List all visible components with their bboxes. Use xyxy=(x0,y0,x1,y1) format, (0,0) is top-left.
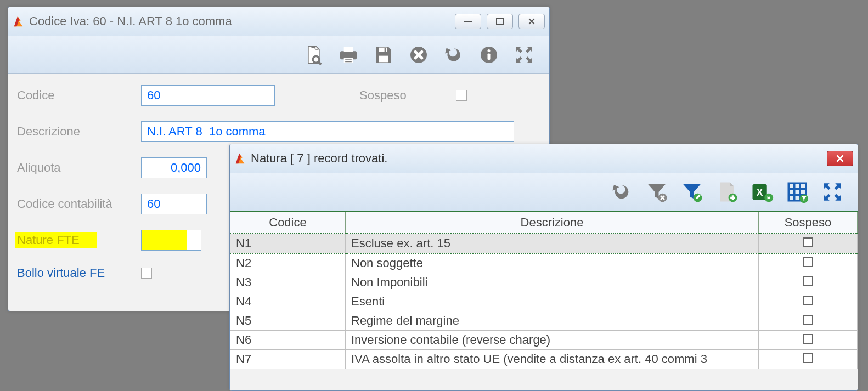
sospeso-checkbox[interactable] xyxy=(803,276,813,286)
sospeso-checkbox[interactable] xyxy=(456,90,467,101)
bollo-virtuale-label: Bollo virtuale FE xyxy=(15,266,141,280)
sospeso-checkbox[interactable] xyxy=(803,257,813,267)
cell-descrizione: Non Imponibili xyxy=(346,273,759,292)
sospeso-checkbox[interactable] xyxy=(803,334,813,344)
export-excel-icon[interactable]: X xyxy=(750,180,774,204)
natura-titlebar[interactable]: Natura [ 7 ] record trovati. xyxy=(230,144,858,173)
svg-rect-9 xyxy=(385,48,386,52)
cell-sospeso xyxy=(759,234,858,253)
table-row[interactable]: N5Regime del margine xyxy=(230,311,858,331)
aliquota-label: Aliquota xyxy=(15,161,141,175)
codice-label: Codice xyxy=(15,88,141,103)
info-icon[interactable] xyxy=(477,43,501,67)
cell-codice: N2 xyxy=(230,253,346,273)
minimize-button[interactable] xyxy=(455,14,481,29)
cell-codice: N1 xyxy=(230,234,346,253)
cell-descrizione: IVA assolta in altro stato UE (vendite a… xyxy=(346,350,759,369)
table-row[interactable]: N1Escluse ex. art. 15 xyxy=(230,234,858,253)
cell-sospeso xyxy=(759,273,858,292)
table-row[interactable]: N6Inversione contabile (reverse charge) xyxy=(230,331,858,350)
cell-sospeso xyxy=(759,292,858,311)
sospeso-checkbox[interactable] xyxy=(803,296,813,305)
codice-input[interactable] xyxy=(141,85,275,106)
cell-codice: N4 xyxy=(230,292,346,311)
cell-sospeso xyxy=(759,311,858,331)
grid-filter-icon[interactable] xyxy=(785,180,809,204)
svg-point-12 xyxy=(488,49,491,52)
cell-descrizione: Inversione contabile (reverse charge) xyxy=(346,331,759,350)
cell-descrizione: Regime del margine xyxy=(346,311,759,331)
natura-window-title: Natura [ 7 ] record trovati. xyxy=(251,151,827,166)
svg-rect-6 xyxy=(344,47,353,52)
svg-rect-0 xyxy=(464,21,472,22)
undo-icon[interactable] xyxy=(442,43,466,67)
nature-fte-lookup-button[interactable] xyxy=(187,230,201,251)
table-row[interactable]: N2Non soggette xyxy=(230,253,858,273)
sospeso-label: Sospeso xyxy=(357,88,456,103)
sospeso-checkbox[interactable] xyxy=(803,237,813,247)
nature-fte-input[interactable] xyxy=(141,230,187,251)
natura-toolbar: X xyxy=(230,173,858,211)
cell-sospeso xyxy=(759,253,858,273)
cell-codice: N7 xyxy=(230,350,346,369)
svg-rect-13 xyxy=(488,53,491,60)
cell-descrizione: Esenti xyxy=(346,292,759,311)
sospeso-checkbox[interactable] xyxy=(803,315,813,325)
svg-rect-1 xyxy=(497,19,503,24)
natura-window: Natura [ 7 ] record trovati. X xyxy=(229,144,858,391)
svg-rect-8 xyxy=(379,55,388,62)
codice-contabilita-input[interactable] xyxy=(141,194,207,214)
undo-icon[interactable] xyxy=(610,180,634,204)
table-row[interactable]: N4Esenti xyxy=(230,292,858,311)
cell-codice: N5 xyxy=(230,311,346,331)
natura-close-button[interactable] xyxy=(827,151,853,166)
svg-text:X: X xyxy=(757,187,763,198)
clear-filter-icon[interactable] xyxy=(645,180,669,204)
maximize-button[interactable] xyxy=(487,14,513,29)
fullscreen-icon[interactable] xyxy=(820,180,844,204)
fullscreen-icon[interactable] xyxy=(512,43,536,67)
col-descrizione[interactable]: Descrizione xyxy=(346,212,759,234)
codice-contabilita-label: Codice contabilità xyxy=(15,197,141,211)
cancel-icon[interactable] xyxy=(407,43,431,67)
window-title: Codice Iva: 60 - N.I. ART 8 1o comma xyxy=(29,14,455,29)
new-document-icon[interactable] xyxy=(715,180,739,204)
col-sospeso[interactable]: Sospeso xyxy=(759,212,858,234)
natura-table: Codice Descrizione Sospeso N1Escluse ex.… xyxy=(230,211,858,369)
app-icon xyxy=(234,152,246,165)
natura-body: Codice Descrizione Sospeso N1Escluse ex.… xyxy=(230,211,858,369)
cell-codice: N3 xyxy=(230,273,346,292)
titlebar[interactable]: Codice Iva: 60 - N.I. ART 8 1o comma xyxy=(8,7,549,36)
nature-fte-label: Nature FTE xyxy=(15,232,97,248)
descrizione-input[interactable] xyxy=(141,121,514,142)
app-icon xyxy=(13,15,25,27)
edit-filter-icon[interactable] xyxy=(680,180,704,204)
bollo-virtuale-checkbox[interactable] xyxy=(141,268,152,279)
cell-descrizione: Non soggette xyxy=(346,253,759,273)
col-codice[interactable]: Codice xyxy=(230,212,346,234)
table-row[interactable]: N7IVA assolta in altro stato UE (vendite… xyxy=(230,350,858,369)
table-row[interactable]: N3Non Imponibili xyxy=(230,273,858,292)
print-icon[interactable] xyxy=(336,43,360,67)
aliquota-input[interactable] xyxy=(141,157,207,178)
save-icon[interactable] xyxy=(371,43,396,67)
descrizione-label: Descrizione xyxy=(15,124,141,139)
sospeso-checkbox[interactable] xyxy=(803,353,813,363)
cell-descrizione: Escluse ex. art. 15 xyxy=(346,234,759,253)
close-button[interactable] xyxy=(518,14,545,29)
cell-sospeso xyxy=(759,331,858,350)
main-toolbar xyxy=(8,36,549,74)
document-search-icon[interactable] xyxy=(301,43,325,67)
cell-sospeso xyxy=(759,350,858,369)
cell-codice: N6 xyxy=(230,331,346,350)
